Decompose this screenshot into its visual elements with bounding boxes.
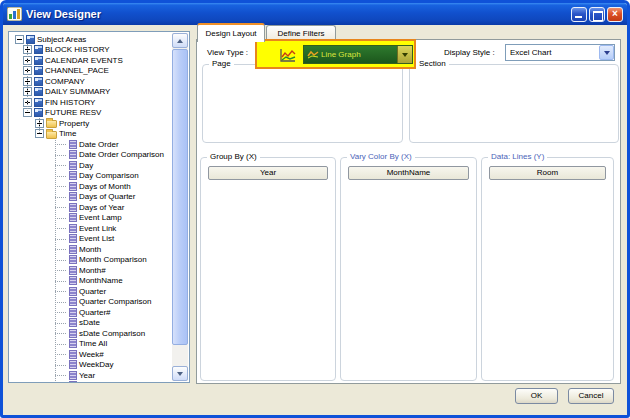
ok-button[interactable]: OK [515,388,558,404]
tree-item[interactable]: Time All [9,339,172,350]
data-lines-dropzone[interactable]: Data: Lines (Y) Room [481,157,614,381]
tree-item[interactable]: Event Link [9,223,172,234]
connector-line [55,286,67,296]
tree-scrollbar[interactable] [172,33,188,381]
display-style-select[interactable]: Excel Chart [505,44,615,61]
tree-item-label: Month [79,245,101,254]
tree-item[interactable]: Property [9,118,172,129]
tree-item[interactable]: Day Comparison [9,171,172,182]
tree-item[interactable]: sDate [9,318,172,329]
leaf-icon [69,213,77,222]
maximize-icon[interactable] [589,7,605,22]
tree-item-label: FUTURE RESV [45,108,101,117]
connector-line [55,181,67,191]
tree-item[interactable]: Week# [9,349,172,360]
tree-item-label: WeekDay [79,360,114,369]
tree-connector-line [27,44,28,111]
tab-design-layout[interactable]: Design Layout [197,23,265,42]
connector-line [55,339,67,349]
tree-item[interactable]: BLOCK HISTORY [9,45,172,56]
tree-item[interactable]: Date Order [9,139,172,150]
chevron-down-icon[interactable] [599,45,614,60]
scrollbar-thumb[interactable] [172,49,188,345]
titlebar[interactable]: View Designer × [3,3,627,25]
tree-item-label: COMPANY [45,77,85,86]
tree-item[interactable]: Day [9,160,172,171]
tree-item[interactable]: Event List [9,234,172,245]
tree-item-label: Month# [79,266,106,275]
tree-item[interactable]: Quarter [9,286,172,297]
close-icon[interactable]: × [607,7,623,22]
tree-item[interactable]: Event Lamp [9,213,172,224]
tree-item[interactable]: FIN HISTORY [9,97,172,108]
connector-line [55,213,67,223]
tree-item-label: Day [79,161,93,170]
leaf-icon [69,329,77,338]
connector-line [55,160,67,170]
subject-areas-tree: Subject AreasBLOCK HISTORYCALENDAR EVENT… [8,31,190,383]
tree-item[interactable]: Year Comparison [9,381,172,383]
tree-item-label: Time All [79,339,107,348]
folder-icon [46,131,57,139]
tree-connector-line [39,118,40,134]
leaf-icon [69,360,77,369]
tree-item[interactable]: Quarter# [9,307,172,318]
tree-item[interactable]: CALENDAR EVENTS [9,55,172,66]
tree-item[interactable]: Quarter Comparison [9,297,172,308]
section-dropzone[interactable]: Section [409,64,619,143]
page-dropzone[interactable]: Page [202,64,403,143]
tree-item[interactable]: Month [9,244,172,255]
view-type-label: View Type : [207,48,248,57]
leaf-icon [69,140,77,149]
cancel-button[interactable]: Cancel [568,388,614,404]
tree-item[interactable]: Month# [9,265,172,276]
tree-item[interactable]: Days of Year [9,202,172,213]
collapse-icon[interactable] [15,35,24,44]
scroll-down-icon[interactable] [172,366,188,381]
tree-item[interactable]: Days of Month [9,181,172,192]
leaf-icon [69,182,77,191]
tree-item[interactable]: Month Comparison [9,255,172,266]
chevron-down-icon[interactable] [397,46,412,63]
group-by-dropzone[interactable]: Group By (X) Year [200,157,336,381]
line-graph-icon [279,47,297,63]
leaf-icon [69,276,77,285]
connector-line [55,276,67,286]
leaf-icon [69,350,77,359]
tree-item[interactable]: WeekDay [9,360,172,371]
tree-item[interactable]: sDate Comparison [9,328,172,339]
tree-item[interactable]: COMPANY [9,76,172,87]
tree-item-label: Days of Year [79,203,124,212]
scroll-up-icon[interactable] [172,33,188,48]
connector-line [55,360,67,370]
tree-item-label: sDate Comparison [79,329,145,338]
cube-icon [34,56,43,65]
view-type-select[interactable]: Line Graph [303,45,413,64]
tree-item-label: Quarter [79,287,106,296]
tree-item[interactable]: FUTURE RESV [9,108,172,119]
field-button-room[interactable]: Room [489,166,606,180]
field-button-monthname[interactable]: MonthName [348,166,469,180]
connector-line [55,265,67,275]
leaf-icon [69,192,77,201]
tree-item-label: Days of Quarter [79,192,135,201]
leaf-icon [69,381,77,382]
tree-item[interactable]: CHANNEL_PACE [9,66,172,77]
minimize-icon[interactable] [571,7,587,22]
tree-item[interactable]: MonthName [9,276,172,287]
tree-item[interactable]: Year [9,370,172,381]
tree-item-label: Quarter Comparison [79,297,151,306]
connector-line [55,171,67,181]
tree-item-label: Event Lamp [79,213,122,222]
tree-item[interactable]: Days of Quarter [9,192,172,203]
tree-item-label: FIN HISTORY [45,98,95,107]
tree-item[interactable]: DAILY SUMMARY [9,87,172,98]
tree-item[interactable]: Date Order Comparison [9,150,172,161]
field-button-year[interactable]: Year [208,166,328,180]
tree-item-label: sDate [79,318,100,327]
section-label: Section [416,59,449,68]
vary-color-by-dropzone[interactable]: Vary Color By (X) MonthName [340,157,477,381]
tree-item-label: Year [79,371,95,380]
tree-item[interactable]: Time [9,129,172,140]
tree-item[interactable]: Subject Areas [9,34,172,45]
